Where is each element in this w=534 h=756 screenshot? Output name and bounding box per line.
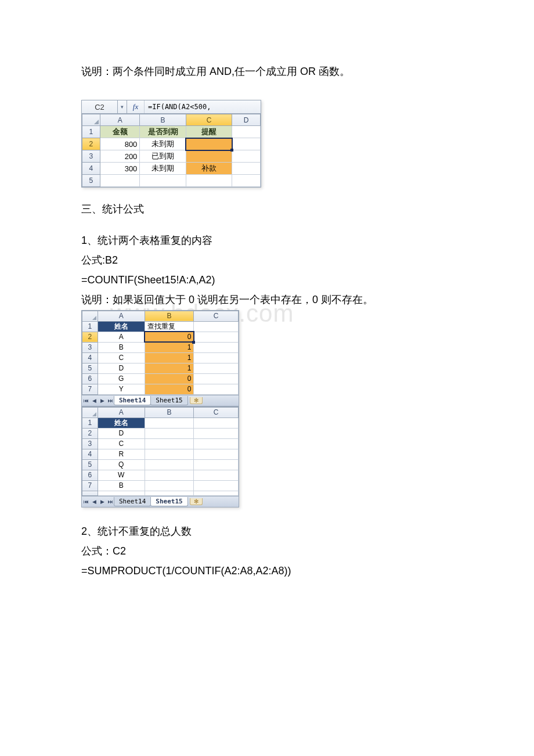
col-header-c[interactable]: C (194, 311, 239, 321)
cell[interactable]: 未到期 (140, 138, 186, 150)
cell[interactable]: R (98, 449, 145, 459)
row-header[interactable]: 1 (82, 321, 98, 332)
row-header[interactable]: 5 (82, 363, 98, 373)
cell[interactable]: W (98, 470, 145, 480)
cell[interactable] (194, 363, 239, 373)
col-header-a[interactable]: A (98, 407, 145, 417)
cell[interactable]: 姓名 (98, 321, 145, 332)
cell[interactable] (194, 491, 239, 495)
sheet-tab-sheet14[interactable]: Sheet14 (114, 396, 151, 405)
cell[interactable]: 提醒 (186, 126, 232, 138)
cell[interactable] (145, 449, 194, 459)
insert-sheet-icon[interactable]: ✻ (190, 498, 203, 505)
select-all-corner[interactable] (82, 407, 98, 417)
row-header[interactable]: 4 (82, 449, 98, 459)
cell[interactable]: 未到期 (140, 163, 186, 175)
tab-nav-last-icon[interactable]: ⏭ (106, 499, 114, 505)
cell[interactable]: D (98, 428, 145, 438)
row-header[interactable]: 5 (82, 175, 100, 187)
sheet-tab-sheet15[interactable]: Sheet15 (150, 497, 187, 506)
row-header[interactable]: 6 (82, 470, 98, 480)
sheet-tab-sheet14[interactable]: Sheet14 (114, 497, 151, 506)
cell[interactable]: 姓名 (98, 417, 145, 428)
tab-nav-last-icon[interactable]: ⏭ (106, 398, 114, 404)
cell[interactable] (194, 417, 239, 428)
cell[interactable]: 查找重复 (145, 321, 194, 332)
cell[interactable]: 1 (145, 363, 194, 373)
col-header-b[interactable]: B (145, 311, 194, 321)
col-header-c[interactable]: C (194, 407, 239, 417)
cell[interactable] (194, 352, 239, 363)
cell[interactable] (145, 417, 194, 428)
cell[interactable] (232, 150, 261, 163)
cell[interactable]: 200 (100, 150, 139, 163)
cell[interactable]: G (98, 373, 145, 384)
formula-text[interactable]: =IF(AND(A2<500, (145, 100, 261, 113)
name-box-dropdown-icon[interactable]: ▾ (118, 100, 127, 113)
cell[interactable] (145, 491, 194, 495)
cell[interactable] (194, 384, 239, 394)
cell[interactable]: 0 (145, 384, 194, 394)
cell[interactable] (100, 175, 139, 187)
cell[interactable] (194, 449, 239, 459)
row-header[interactable]: 3 (82, 438, 98, 449)
insert-sheet-icon[interactable]: ✻ (190, 397, 203, 404)
cell[interactable] (145, 459, 194, 470)
col-header-b[interactable]: B (145, 407, 194, 417)
row-header[interactable]: 3 (82, 342, 98, 352)
row-header[interactable]: 6 (82, 373, 98, 384)
tab-nav-prev-icon[interactable]: ◀ (90, 499, 98, 505)
cell[interactable] (194, 480, 239, 491)
cell[interactable]: D (98, 363, 145, 373)
row-header[interactable] (82, 491, 98, 495)
tab-nav-first-icon[interactable]: ⏮ (82, 398, 90, 404)
cell[interactable] (194, 321, 239, 332)
cell[interactable]: 是否到期 (140, 126, 186, 138)
cell[interactable]: A (98, 332, 145, 342)
cell[interactable]: C (98, 438, 145, 449)
col-header-d[interactable]: D (232, 114, 261, 126)
cell[interactable]: 1 (145, 342, 194, 352)
cell[interactable]: C (98, 352, 145, 363)
select-all-corner[interactable] (82, 311, 98, 321)
name-box[interactable]: C2 (82, 100, 118, 113)
cell[interactable] (145, 480, 194, 491)
cell[interactable] (194, 428, 239, 438)
cell[interactable] (98, 491, 145, 495)
col-header-a[interactable]: A (100, 114, 139, 126)
cell[interactable] (232, 175, 261, 187)
select-all-corner[interactable] (82, 114, 100, 126)
cell[interactable] (194, 459, 239, 470)
cell[interactable] (194, 470, 239, 480)
cell[interactable]: Y (98, 384, 145, 394)
cell[interactable]: 1 (145, 352, 194, 363)
cell[interactable]: 0 (145, 373, 194, 384)
cell[interactable] (194, 342, 239, 352)
cell[interactable]: 800 (100, 138, 139, 150)
row-header[interactable]: 1 (82, 417, 98, 428)
tab-nav-first-icon[interactable]: ⏮ (82, 499, 90, 505)
cell[interactable] (232, 138, 261, 150)
cell[interactable] (194, 373, 239, 384)
cell[interactable] (194, 332, 239, 342)
cell[interactable]: Q (98, 459, 145, 470)
col-header-a[interactable]: A (98, 311, 145, 321)
cell[interactable] (140, 175, 186, 187)
row-header[interactable]: 2 (82, 332, 98, 342)
cell[interactable]: 补款 (186, 163, 232, 175)
cell[interactable]: B (98, 480, 145, 491)
cell[interactable]: 300 (100, 163, 139, 175)
cell[interactable] (194, 438, 239, 449)
row-header[interactable]: 7 (82, 384, 98, 394)
col-header-b[interactable]: B (140, 114, 186, 126)
row-header[interactable]: 2 (82, 138, 100, 150)
row-header[interactable]: 7 (82, 480, 98, 491)
row-header[interactable]: 3 (82, 150, 100, 163)
sheet-tab-sheet15[interactable]: Sheet15 (150, 396, 187, 405)
cell[interactable]: 已到期 (140, 150, 186, 163)
col-header-c[interactable]: C (186, 114, 232, 126)
insert-function-button[interactable]: fx (127, 100, 145, 113)
row-header[interactable]: 1 (82, 126, 100, 138)
cell[interactable] (232, 126, 261, 138)
selected-cell[interactable] (186, 138, 232, 150)
